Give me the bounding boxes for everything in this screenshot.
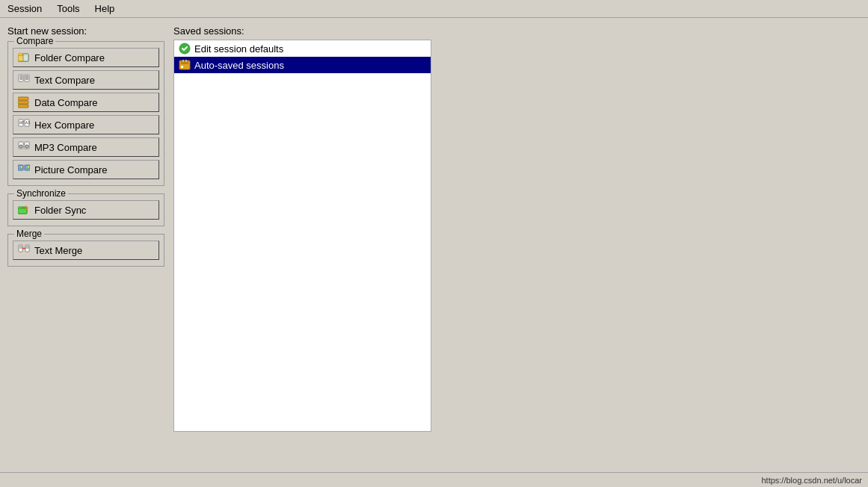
right-panel: Saved sessions: Edit session defaults [173, 25, 861, 432]
hex-compare-icon: 0F A3 [18, 119, 30, 131]
start-session-title: Start new session: [7, 25, 164, 37]
mp3-compare-label: MP3 Compare [34, 142, 97, 153]
svg-point-21 [20, 146, 22, 147]
svg-rect-12 [18, 97, 28, 100]
svg-rect-37 [25, 245, 29, 252]
menu-tools[interactable]: Tools [52, 1, 84, 16]
folder-sync-icon [18, 204, 30, 216]
folder-compare-button[interactable]: Folder Compare [13, 48, 159, 67]
text-merge-label: Text Merge [34, 245, 82, 256]
hex-compare-label: Hex Compare [34, 120, 94, 131]
folder-sync-button[interactable]: Folder Sync [13, 200, 159, 220]
auto-save-icon [179, 59, 191, 71]
statusbar: https://blog.csdn.net/u/locar [0, 472, 868, 487]
main-content: Start new session: Compare Folder Compar… [0, 18, 868, 439]
svg-rect-45 [181, 66, 183, 68]
svg-text:A3: A3 [25, 120, 30, 125]
svg-point-24 [26, 146, 28, 147]
mp3-compare-icon [18, 141, 30, 153]
picture-compare-icon [18, 164, 30, 176]
svg-rect-42 [181, 61, 188, 64]
text-merge-button[interactable]: Text Merge [13, 241, 159, 260]
text-compare-icon [18, 74, 30, 86]
svg-rect-33 [18, 207, 22, 208]
hex-compare-button[interactable]: 0F A3 Hex Compare [13, 115, 159, 134]
picture-compare-button[interactable]: Picture Compare [13, 160, 159, 179]
saved-sessions-title: Saved sessions: [173, 25, 861, 37]
statusbar-url: https://blog.csdn.net/u/locar [761, 476, 862, 485]
svg-rect-2 [18, 54, 22, 55]
auto-saved-sessions-label: Auto-saved sessions [194, 60, 284, 71]
edit-session-defaults-item[interactable]: Edit session defaults [174, 40, 431, 57]
auto-saved-sessions-item[interactable]: Auto-saved sessions [174, 57, 431, 73]
merge-group-label: Merge [14, 229, 44, 239]
edit-session-defaults-label: Edit session defaults [194, 43, 283, 55]
compare-group-label: Compare [14, 36, 55, 46]
edit-icon [179, 43, 191, 55]
data-compare-button[interactable]: Data Compare [13, 93, 159, 112]
picture-compare-label: Picture Compare [34, 164, 108, 176]
folder-sync-label: Folder Sync [34, 205, 86, 216]
compare-group: Compare Folder Compare [7, 41, 164, 186]
svg-rect-13 [18, 101, 28, 104]
merge-group: Merge Text Merge [7, 234, 164, 267]
menubar: Session Tools Help [0, 0, 868, 18]
sessions-list: Edit session defaults Auto-saved session… [173, 40, 431, 432]
menu-help[interactable]: Help [90, 1, 120, 16]
svg-point-30 [28, 167, 29, 168]
folder-compare-label: Folder Compare [34, 52, 105, 63]
svg-rect-3 [23, 54, 28, 61]
data-compare-icon [18, 96, 30, 108]
folder-compare-icon [18, 52, 30, 63]
mp3-compare-button[interactable]: MP3 Compare [13, 137, 159, 157]
text-compare-button[interactable]: Text Compare [13, 70, 159, 90]
svg-rect-34 [19, 245, 22, 252]
menu-session[interactable]: Session [3, 1, 46, 16]
text-merge-icon [18, 244, 30, 256]
synchronize-group-label: Synchronize [14, 188, 68, 199]
svg-rect-43 [182, 60, 184, 62]
svg-rect-14 [18, 105, 28, 108]
text-compare-label: Text Compare [34, 75, 95, 86]
data-compare-label: Data Compare [34, 97, 98, 108]
svg-point-27 [21, 167, 22, 168]
left-panel: Start new session: Compare Folder Compar… [7, 25, 164, 432]
svg-text:0F: 0F [19, 120, 24, 125]
svg-rect-44 [185, 60, 187, 62]
synchronize-group: Synchronize Folder Sync [7, 193, 164, 226]
